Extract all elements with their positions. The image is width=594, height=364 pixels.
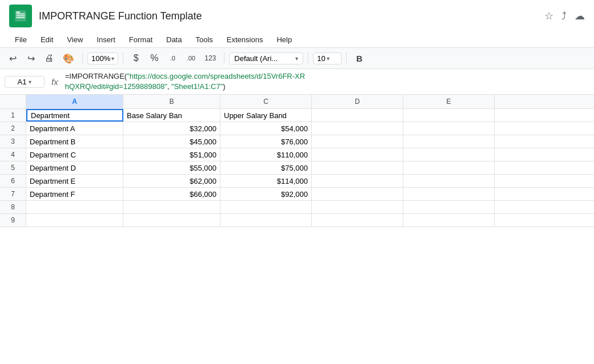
- col-header-d[interactable]: D: [312, 95, 403, 108]
- cell-a6[interactable]: Department E: [26, 175, 123, 187]
- sheet-rows: 1 Department Base Salary Ban Upper Salar…: [0, 109, 594, 227]
- cell-b8[interactable]: [123, 201, 220, 213]
- cell-c9[interactable]: [220, 214, 312, 227]
- cell-c2[interactable]: $54,000: [220, 122, 312, 135]
- menu-extensions[interactable]: Extensions: [221, 33, 269, 46]
- menu-help[interactable]: Help: [271, 33, 298, 46]
- col-header-a[interactable]: A: [26, 95, 123, 108]
- cell-d4[interactable]: [312, 148, 403, 161]
- star-icon[interactable]: ☆: [544, 10, 553, 22]
- cell-a7[interactable]: Department F: [26, 188, 123, 200]
- currency-button[interactable]: $: [128, 50, 144, 66]
- cell-d5[interactable]: [312, 161, 403, 174]
- cell-e8[interactable]: [403, 201, 495, 213]
- menu-tools[interactable]: Tools: [190, 33, 218, 46]
- undo-button[interactable]: ↩: [5, 50, 21, 66]
- cell-a4[interactable]: Department C: [26, 148, 123, 161]
- cell-b7[interactable]: $66,000: [123, 188, 220, 200]
- cell-b3[interactable]: $45,000: [123, 135, 220, 148]
- menu-edit[interactable]: Edit: [35, 33, 59, 46]
- cell-c3[interactable]: $76,000: [220, 135, 312, 148]
- table-row: 6 Department E $62,000 $114,000: [0, 175, 594, 188]
- font-size-selector[interactable]: 10 ▾: [313, 52, 342, 64]
- table-row: 1 Department Base Salary Ban Upper Salar…: [0, 109, 594, 122]
- menu-insert[interactable]: Insert: [91, 33, 121, 46]
- menu-view[interactable]: View: [61, 33, 89, 46]
- row-num-3: 3: [0, 135, 26, 148]
- cell-e2[interactable]: [403, 122, 495, 135]
- cell-a5[interactable]: Department D: [26, 161, 123, 174]
- cell-b6[interactable]: $62,000: [123, 175, 220, 187]
- cell-c7[interactable]: $92,000: [220, 188, 312, 200]
- table-row: 8: [0, 201, 594, 214]
- col-header-c[interactable]: C: [220, 95, 312, 108]
- cell-e7[interactable]: [403, 188, 495, 200]
- cell-e5[interactable]: [403, 161, 495, 174]
- paint-format-button[interactable]: 🎨: [59, 50, 78, 66]
- cell-d7[interactable]: [312, 188, 403, 200]
- cell-a9[interactable]: [26, 214, 123, 227]
- menu-file[interactable]: File: [9, 33, 33, 46]
- font-size-value: 10: [317, 54, 325, 63]
- cell-e6[interactable]: [403, 175, 495, 187]
- cell-d3[interactable]: [312, 135, 403, 148]
- redo-button[interactable]: ↪: [23, 50, 39, 66]
- zoom-value: 100%: [91, 54, 110, 63]
- row-num-corner: [0, 95, 26, 108]
- format-type-button[interactable]: 123: [201, 50, 219, 66]
- zoom-selector[interactable]: 100% ▾: [87, 52, 118, 64]
- menu-data[interactable]: Data: [160, 33, 187, 46]
- toolbar: ↩ ↪ 🖨 🎨 100% ▾ $ % .0 .00 123 Default (A…: [0, 47, 594, 69]
- cell-c4[interactable]: $110,000: [220, 148, 312, 161]
- cell-e3[interactable]: [403, 135, 495, 148]
- document-title: IMPORTRANGE Function Template: [39, 10, 537, 22]
- table-row: 5 Department D $55,000 $75,000: [0, 161, 594, 175]
- cell-d6[interactable]: [312, 175, 403, 187]
- menu-format[interactable]: Format: [123, 33, 158, 46]
- cell-e9[interactable]: [403, 214, 495, 227]
- cell-d8[interactable]: [312, 201, 403, 213]
- cell-reference[interactable]: A1 ▾: [5, 76, 45, 88]
- cell-a8[interactable]: [26, 201, 123, 213]
- cell-a3[interactable]: Department B: [26, 135, 123, 148]
- svg-rect-4: [16, 11, 20, 13]
- cell-e1[interactable]: [403, 109, 495, 122]
- cell-b5[interactable]: $55,000: [123, 161, 220, 174]
- cell-b2[interactable]: $32,000: [123, 122, 220, 135]
- cell-b4[interactable]: $51,000: [123, 148, 220, 161]
- col-header-b[interactable]: B: [123, 95, 220, 108]
- col-header-e[interactable]: E: [403, 95, 495, 108]
- cell-c5[interactable]: $75,000: [220, 161, 312, 174]
- cloud-icon[interactable]: ☁: [575, 10, 585, 22]
- fx-label: fx: [51, 77, 58, 87]
- formula-content[interactable]: =IMPORTRANGE("https://docs.google.com/sp…: [65, 71, 589, 92]
- svg-rect-1: [16, 14, 25, 15]
- cell-b1[interactable]: Base Salary Ban: [123, 109, 220, 122]
- font-family-selector[interactable]: Default (Ari... ▾: [229, 52, 303, 64]
- column-headers: A B C D E: [0, 95, 594, 109]
- separator-3: [224, 52, 224, 64]
- formula-line1: =IMPORTRANGE("https://docs.google.com/sp…: [65, 71, 589, 82]
- cell-d9[interactable]: [312, 214, 403, 227]
- decimal-increase-button[interactable]: .00: [183, 50, 199, 66]
- cell-d1[interactable]: [312, 109, 403, 122]
- decimal-decrease-button[interactable]: .0: [164, 50, 180, 66]
- bold-button[interactable]: B: [351, 50, 367, 66]
- cell-c6[interactable]: $114,000: [220, 175, 312, 187]
- cell-c1[interactable]: Upper Salary Band: [220, 109, 312, 122]
- percent-button[interactable]: %: [146, 50, 162, 66]
- cell-d2[interactable]: [312, 122, 403, 135]
- cell-e4[interactable]: [403, 148, 495, 161]
- cell-b9[interactable]: [123, 214, 220, 227]
- cell-c8[interactable]: [220, 201, 312, 213]
- cell-a2[interactable]: Department A: [26, 122, 123, 135]
- cell-a1[interactable]: Department: [26, 109, 123, 122]
- cell-ref-chevron: ▾: [29, 79, 31, 85]
- row-num-7: 7: [0, 188, 26, 200]
- print-button[interactable]: 🖨: [41, 50, 57, 66]
- spreadsheet: A B C D E 1 Department Base Salary Ban U…: [0, 95, 594, 227]
- formula-line2: hQXRQ/edit#gid=1259889808", "Sheet1!A1:C…: [65, 82, 589, 92]
- table-row: 2 Department A $32,000 $54,000: [0, 122, 594, 135]
- row-num-8: 8: [0, 201, 26, 213]
- move-icon[interactable]: ⤴: [561, 10, 567, 22]
